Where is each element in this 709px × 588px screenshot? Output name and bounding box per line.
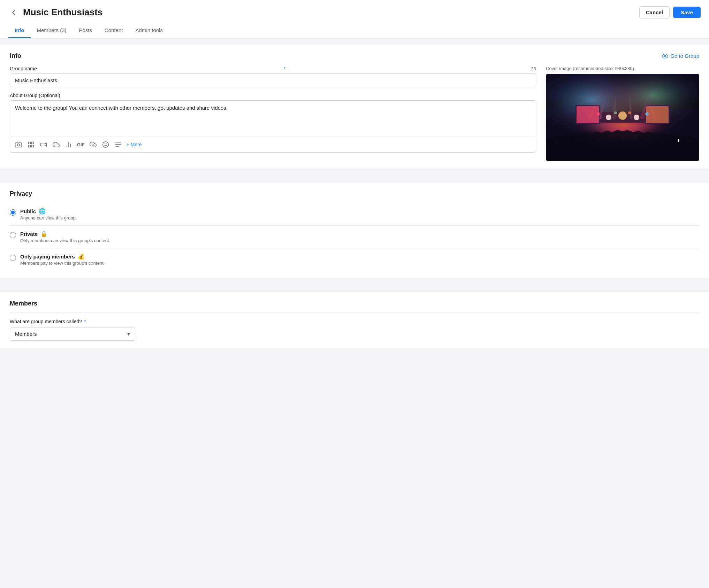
members-card: Members What are group members called? *… xyxy=(0,292,709,348)
members-select-wrapper: Members Subscribers Followers Fans Stude… xyxy=(10,327,135,341)
album-icon[interactable] xyxy=(26,140,36,149)
tab-info[interactable]: Info xyxy=(8,23,31,38)
privacy-paying-desc: Members pay to view this group's content… xyxy=(20,261,699,266)
more-button[interactable]: + More xyxy=(127,142,142,147)
save-button[interactable]: Save xyxy=(673,7,701,18)
paying-icon: 💰 xyxy=(78,253,85,260)
privacy-public-desc: Anyone can view this group. xyxy=(20,215,699,220)
tab-members[interactable]: Members (3) xyxy=(31,23,73,38)
upload-icon[interactable] xyxy=(88,140,98,149)
svg-rect-6 xyxy=(41,143,45,146)
tab-content[interactable]: Content xyxy=(98,23,129,38)
tab-admin-tools[interactable]: Admin tools xyxy=(129,23,169,38)
members-label-text: What are group members called? xyxy=(10,319,82,324)
cover-image xyxy=(546,74,699,161)
privacy-paying-content: Only paying members 💰 Members pay to vie… xyxy=(20,253,699,266)
privacy-public-content: Public 🌐 Anyone can view this group. xyxy=(20,208,699,220)
back-button[interactable] xyxy=(8,7,19,18)
privacy-public-header: Public 🌐 xyxy=(20,208,699,215)
privacy-option-private: Private 🔒 Only members can view this gro… xyxy=(10,226,699,248)
char-count: 33 xyxy=(531,66,536,71)
privacy-paying-header: Only paying members 💰 xyxy=(20,253,699,260)
info-card-title: Info xyxy=(10,52,21,60)
header-top: Music Enthusiasts Cancel Save xyxy=(8,6,701,18)
notes-icon[interactable] xyxy=(113,140,123,149)
cloud-icon[interactable] xyxy=(51,140,61,149)
camera-icon[interactable] xyxy=(14,140,23,149)
header-left: Music Enthusiasts xyxy=(8,7,102,18)
members-field: What are group members called? * Members… xyxy=(10,312,699,341)
cancel-button[interactable]: Cancel xyxy=(639,6,670,18)
divider-2 xyxy=(0,283,709,287)
group-name-field-label: Group name* 33 xyxy=(10,66,536,71)
privacy-private-desc: Only members can view this group's conte… xyxy=(20,238,699,243)
svg-point-0 xyxy=(664,55,666,57)
privacy-private-header: Private 🔒 xyxy=(20,231,699,237)
divider-1 xyxy=(0,173,709,178)
header-actions: Cancel Save xyxy=(639,6,701,18)
info-card-header: Info Go to Group xyxy=(10,52,699,60)
svg-point-11 xyxy=(102,142,108,148)
lock-icon: 🔒 xyxy=(40,231,47,237)
members-required-star: * xyxy=(84,319,86,324)
privacy-private-content: Private 🔒 Only members can view this gro… xyxy=(20,231,699,243)
info-form-row: Group name* 33 About Group (Optional) We… xyxy=(10,66,699,161)
svg-rect-55 xyxy=(546,74,699,161)
page-header: Music Enthusiasts Cancel Save Info Membe… xyxy=(0,0,709,38)
editor-toolbar: GIF xyxy=(10,137,536,152)
video-icon[interactable] xyxy=(39,140,48,149)
privacy-option-public: Public 🌐 Anyone can view this group. xyxy=(10,203,699,226)
privacy-public-title: Public xyxy=(20,208,36,214)
group-name-label-text: Group name xyxy=(10,66,37,71)
svg-rect-5 xyxy=(32,145,34,147)
privacy-title: Privacy xyxy=(10,190,699,198)
required-star: * xyxy=(283,66,285,71)
emoji-icon[interactable] xyxy=(101,140,110,149)
page-title: Music Enthusiasts xyxy=(23,7,102,18)
chart-icon[interactable] xyxy=(64,140,74,149)
about-textarea[interactable]: Welcome to the group! You can connect wi… xyxy=(10,101,536,136)
svg-point-1 xyxy=(17,144,20,146)
go-to-group-label: Go to Group xyxy=(670,53,699,59)
privacy-radio-public[interactable] xyxy=(10,209,16,216)
go-to-group-link[interactable]: Go to Group xyxy=(662,53,699,59)
privacy-private-title: Private xyxy=(20,231,38,237)
members-field-label: What are group members called? * xyxy=(10,319,699,324)
about-label: About Group (Optional) xyxy=(10,93,536,98)
eye-icon xyxy=(662,53,668,59)
more-label: + More xyxy=(127,142,142,147)
form-left: Group name* 33 About Group (Optional) We… xyxy=(10,66,536,153)
privacy-radio-paying[interactable] xyxy=(10,255,16,261)
info-card: Info Go to Group Group name* 33 About Gr… xyxy=(0,45,709,169)
group-name-input[interactable] xyxy=(10,74,536,87)
public-icon: 🌐 xyxy=(39,208,46,215)
members-select[interactable]: Members Subscribers Followers Fans Stude… xyxy=(10,327,135,341)
main-content: Info Go to Group Group name* 33 About Gr… xyxy=(0,38,709,355)
privacy-option-paying: Only paying members 💰 Members pay to vie… xyxy=(10,248,699,271)
svg-rect-2 xyxy=(29,142,31,144)
privacy-paying-title: Only paying members xyxy=(20,254,75,260)
svg-rect-3 xyxy=(32,142,34,144)
tabs-nav: Info Members (3) Posts Content Admin too… xyxy=(8,23,701,38)
concert-image-svg xyxy=(546,74,699,161)
members-title: Members xyxy=(10,300,699,312)
privacy-radio-private[interactable] xyxy=(10,232,16,238)
svg-rect-4 xyxy=(29,145,31,147)
form-right: Cover image (recommended size: 940x280) xyxy=(546,66,699,161)
privacy-card: Privacy Public 🌐 Anyone can view this gr… xyxy=(0,183,709,278)
cover-image-label: Cover image (recommended size: 940x280) xyxy=(546,66,699,71)
about-textarea-wrapper: Welcome to the group! You can connect wi… xyxy=(10,100,536,153)
gif-icon[interactable]: GIF xyxy=(76,140,85,149)
tab-posts[interactable]: Posts xyxy=(73,23,99,38)
